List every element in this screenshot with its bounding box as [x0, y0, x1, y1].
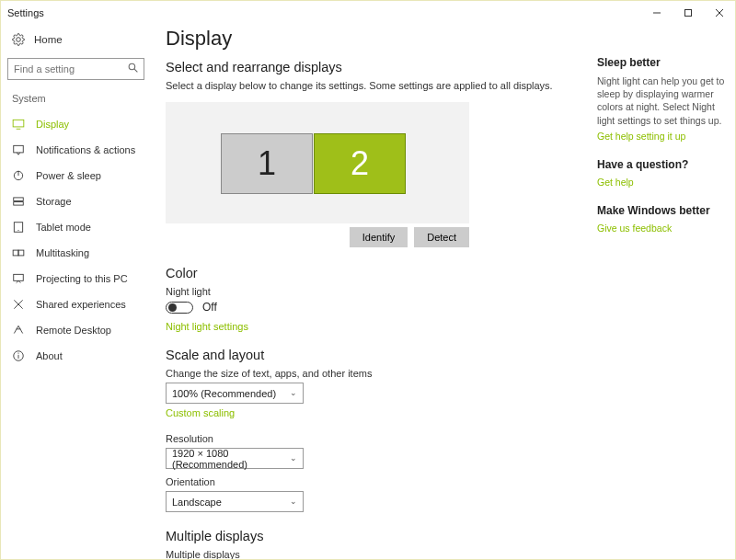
display-icon — [12, 118, 25, 131]
sidebar-item-storage[interactable]: Storage — [6, 189, 146, 214]
remote-icon — [12, 324, 25, 337]
section-heading: System — [6, 93, 146, 111]
svg-rect-8 — [14, 145, 24, 153]
page-title: Display — [166, 27, 586, 51]
multi-heading: Multiple displays — [166, 529, 586, 543]
chevron-down-icon: ⌄ — [290, 497, 297, 506]
sidebar-item-label: Tablet mode — [36, 222, 91, 233]
sidebar-item-tablet[interactable]: Tablet mode — [6, 214, 146, 240]
maximize-button[interactable] — [673, 1, 704, 25]
svg-rect-17 — [14, 274, 24, 280]
sidebar-item-label: Projecting to this PC — [36, 273, 128, 284]
scale-heading: Scale and layout — [166, 348, 586, 362]
color-heading: Color — [166, 266, 586, 280]
title-bar: Settings — [1, 1, 735, 25]
tablet-icon — [12, 221, 25, 234]
sidebar-item-projecting[interactable]: Projecting to this PC — [6, 266, 146, 291]
svg-line-5 — [134, 69, 137, 72]
svg-rect-6 — [13, 120, 24, 127]
scale-value: 100% (Recommended) — [172, 388, 276, 399]
home-label: Home — [34, 34, 63, 45]
svg-rect-15 — [13, 250, 18, 256]
sleep-head: Sleep better — [597, 56, 728, 69]
sidebar-item-label: Shared experiences — [36, 299, 126, 310]
night-light-toggle[interactable] — [166, 302, 193, 314]
orientation-select[interactable]: Landscape ⌄ — [166, 491, 304, 512]
sidebar: Home System Display Notifications & acti… — [1, 25, 151, 559]
custom-scaling-link[interactable]: Custom scaling — [166, 407, 235, 418]
sidebar-item-about[interactable]: About — [6, 343, 146, 369]
gear-icon — [12, 33, 25, 46]
scale-select[interactable]: 100% (Recommended) ⌄ — [166, 383, 304, 404]
feedback-head: Make Windows better — [597, 204, 728, 217]
power-icon — [12, 169, 25, 182]
sidebar-item-label: Storage — [36, 196, 72, 207]
close-button[interactable] — [704, 1, 735, 25]
svg-rect-1 — [685, 10, 692, 17]
chevron-down-icon: ⌄ — [290, 453, 297, 463]
storage-icon — [12, 195, 25, 208]
detect-button[interactable]: Detect — [414, 227, 469, 247]
window-title: Settings — [7, 7, 641, 18]
svg-point-4 — [129, 63, 135, 70]
question-head: Have a question? — [597, 158, 728, 171]
sleep-text: Night light can help you get to sleep by… — [597, 74, 728, 127]
resolution-label: Resolution — [166, 433, 586, 444]
monitor-1[interactable]: 1 — [221, 133, 313, 194]
orientation-value: Landscape — [172, 497, 222, 508]
multitasking-icon — [12, 246, 25, 259]
sidebar-item-label: Notifications & actions — [36, 144, 135, 155]
chevron-down-icon: ⌄ — [290, 388, 297, 397]
identify-button[interactable]: Identify — [350, 227, 408, 247]
feedback-link[interactable]: Give us feedback — [597, 223, 672, 234]
resolution-value: 1920 × 1080 (Recommended) — [172, 448, 297, 470]
night-light-label: Night light — [166, 286, 586, 297]
monitor-2[interactable]: 2 — [314, 133, 406, 194]
sidebar-item-remote[interactable]: Remote Desktop — [6, 317, 146, 343]
shared-icon — [12, 298, 25, 311]
projecting-icon — [12, 272, 25, 285]
night-light-state: Off — [202, 301, 217, 314]
search-input[interactable] — [7, 58, 144, 80]
sidebar-item-label: Multitasking — [36, 247, 89, 258]
sidebar-item-multitasking[interactable]: Multitasking — [6, 240, 146, 266]
about-icon — [12, 349, 25, 362]
sidebar-item-notifications[interactable]: Notifications & actions — [6, 137, 146, 163]
main-content: Display Select and rearrange displays Se… — [151, 25, 597, 559]
resolution-select[interactable]: 1920 × 1080 (Recommended) ⌄ — [166, 448, 304, 469]
orientation-label: Orientation — [166, 476, 586, 487]
svg-rect-11 — [14, 198, 24, 201]
scale-label: Change the size of text, apps, and other… — [166, 368, 586, 379]
minimize-button[interactable] — [641, 1, 673, 25]
notifications-icon — [12, 143, 25, 156]
svg-rect-12 — [14, 202, 24, 206]
sidebar-item-display[interactable]: Display — [6, 111, 146, 137]
home-nav[interactable]: Home — [6, 25, 146, 58]
svg-point-23 — [17, 353, 18, 354]
right-sidebar: Sleep better Night light can help you ge… — [597, 25, 735, 559]
display-arrange-area[interactable]: 1 2 — [166, 102, 469, 223]
svg-rect-16 — [18, 250, 24, 256]
sleep-setup-link[interactable]: Get help setting it up — [597, 131, 685, 142]
sidebar-item-power[interactable]: Power & sleep — [6, 163, 146, 189]
arrange-description: Select a display below to change its set… — [166, 80, 586, 91]
sidebar-item-shared[interactable]: Shared experiences — [6, 291, 146, 317]
night-light-settings-link[interactable]: Night light settings — [166, 321, 248, 332]
sidebar-item-label: About — [36, 350, 63, 361]
multi-label: Multiple displays — [166, 549, 586, 559]
search-box[interactable] — [7, 58, 144, 80]
get-help-link[interactable]: Get help — [597, 177, 634, 188]
search-icon — [127, 62, 139, 74]
sidebar-item-label: Power & sleep — [36, 170, 101, 181]
arrange-heading: Select and rearrange displays — [166, 60, 586, 74]
sidebar-item-label: Remote Desktop — [36, 325, 111, 336]
svg-point-14 — [17, 230, 18, 231]
sidebar-item-label: Display — [36, 119, 69, 130]
